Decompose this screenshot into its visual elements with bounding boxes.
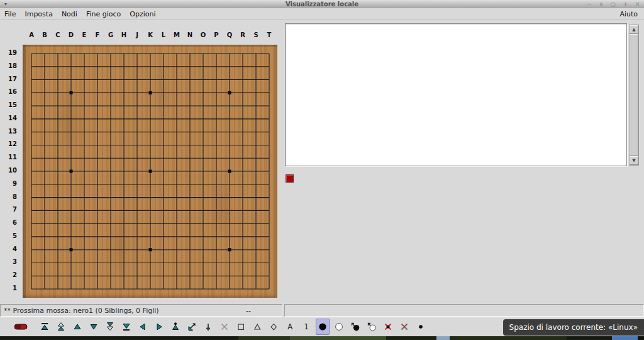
number-mark-icon: 1 bbox=[301, 322, 311, 332]
close-icon[interactable]: × bbox=[635, 1, 640, 8]
dot-mark-button[interactable] bbox=[414, 319, 428, 335]
board-grid bbox=[23, 45, 277, 298]
desktop-strip bbox=[0, 336, 644, 340]
row-label: 4 bbox=[0, 246, 17, 252]
row-label: 11 bbox=[0, 154, 17, 161]
row-label: 5 bbox=[0, 232, 17, 239]
move-down-button[interactable] bbox=[201, 319, 215, 335]
scrollbar-thumb[interactable] bbox=[630, 34, 638, 156]
white-stone-button[interactable] bbox=[332, 319, 346, 335]
status-panel-right bbox=[284, 304, 644, 317]
comments-scrollbar[interactable]: ▲ ▼ bbox=[629, 25, 639, 166]
status-move-info: ** Prossima mossa: nero1 (0 Siblings, 0 … bbox=[4, 307, 159, 315]
row-label: 16 bbox=[0, 88, 17, 95]
workspace-tooltip: Spazio di lavoro corrente: «Linux» bbox=[503, 319, 644, 336]
letter-mark-button[interactable]: A bbox=[283, 319, 297, 335]
col-label: M bbox=[170, 31, 183, 38]
title-bar: ▾ Visualizzatore locale − ∧ ○ + × bbox=[0, 0, 644, 8]
status-secondary: -- bbox=[246, 307, 279, 315]
variation-up-icon bbox=[170, 322, 180, 332]
up-icon bbox=[72, 322, 82, 332]
up-button[interactable] bbox=[70, 319, 84, 335]
double-down-icon bbox=[105, 322, 115, 332]
delete-stone-button[interactable] bbox=[397, 319, 411, 335]
place-white-stone-icon bbox=[367, 322, 377, 332]
row-label: 12 bbox=[0, 140, 17, 147]
double-down-button[interactable] bbox=[103, 319, 117, 335]
col-label: T bbox=[263, 31, 275, 38]
scroll-up-icon[interactable]: ▲ bbox=[630, 25, 638, 34]
menu-fine-gioco[interactable]: Fine gioco bbox=[82, 10, 125, 18]
clear-mark-icon bbox=[219, 322, 230, 332]
row-label: 17 bbox=[0, 76, 17, 82]
menu-imposta[interactable]: Imposta bbox=[20, 10, 57, 18]
col-label: L bbox=[157, 31, 170, 38]
right-panel: ▲ ▼ bbox=[284, 20, 644, 304]
col-label: Q bbox=[223, 31, 236, 38]
col-label: F bbox=[91, 31, 104, 38]
row-label: 19 bbox=[0, 49, 17, 56]
place-black-stone-button[interactable] bbox=[348, 319, 362, 335]
dot-mark-icon bbox=[416, 322, 426, 332]
maximize-icon[interactable]: + bbox=[623, 1, 628, 8]
window-title: Visualizzatore locale bbox=[0, 0, 644, 8]
double-up-button[interactable] bbox=[54, 319, 68, 335]
minimize-icon[interactable]: − bbox=[587, 1, 592, 8]
row-label: 10 bbox=[0, 167, 17, 174]
col-label: O bbox=[197, 31, 209, 38]
black-stone-icon bbox=[318, 322, 328, 332]
window-menu-button-icon[interactable]: ○ bbox=[610, 1, 616, 8]
delete-black-stone-button[interactable] bbox=[381, 319, 395, 335]
col-label: J bbox=[131, 31, 143, 38]
row-label: 6 bbox=[0, 219, 17, 226]
menu-file[interactable]: File bbox=[0, 10, 20, 18]
col-label: C bbox=[52, 31, 64, 38]
row-label: 7 bbox=[0, 206, 17, 213]
col-label: R bbox=[236, 31, 249, 38]
current-move-node[interactable] bbox=[286, 174, 294, 183]
status-panel-left: ** Prossima mossa: nero1 (0 Siblings, 0 … bbox=[0, 304, 282, 317]
next-move-button[interactable] bbox=[152, 319, 166, 335]
letter-mark-icon: A bbox=[285, 322, 295, 332]
place-black-stone-icon bbox=[350, 322, 360, 332]
status-bar: ** Prossima mossa: nero1 (0 Siblings, 0 … bbox=[0, 304, 644, 317]
previous-move-button[interactable] bbox=[136, 319, 150, 335]
menu-bar: File Imposta Nodi Fine gioco Opzioni Aiu… bbox=[0, 8, 644, 20]
delete-black-stone-icon bbox=[383, 322, 393, 332]
menu-opzioni[interactable]: Opzioni bbox=[125, 10, 160, 18]
triangle-mark-button[interactable] bbox=[250, 319, 264, 335]
variation-jump-button[interactable] bbox=[185, 319, 199, 335]
to-top-button[interactable] bbox=[38, 319, 52, 335]
to-bottom-icon bbox=[121, 322, 131, 332]
down-button[interactable] bbox=[87, 319, 101, 335]
double-up-icon bbox=[56, 322, 66, 332]
square-mark-button[interactable] bbox=[234, 319, 248, 335]
variation-up-button[interactable] bbox=[169, 319, 182, 335]
scroll-down-icon[interactable]: ▼ bbox=[630, 156, 638, 165]
red-capsule-button[interactable] bbox=[14, 319, 28, 335]
move-down-icon bbox=[203, 322, 213, 332]
black-stone-button[interactable] bbox=[316, 319, 330, 335]
window-controls: − ∧ ○ + × bbox=[587, 0, 640, 8]
menu-nodi[interactable]: Nodi bbox=[57, 10, 82, 18]
diamond-mark-button[interactable] bbox=[267, 319, 280, 335]
col-label: G bbox=[104, 31, 117, 38]
square-mark-icon bbox=[236, 322, 246, 332]
row-label: 8 bbox=[0, 193, 17, 200]
go-board[interactable] bbox=[23, 45, 277, 298]
number-mark-button[interactable]: 1 bbox=[299, 319, 313, 335]
shade-icon[interactable]: ∧ bbox=[599, 1, 603, 8]
delete-stone-icon bbox=[399, 322, 409, 332]
menu-aiuto[interactable]: Aiuto bbox=[613, 10, 644, 18]
place-white-stone-button[interactable] bbox=[365, 319, 379, 335]
comments-area[interactable] bbox=[285, 23, 627, 166]
row-label: 13 bbox=[0, 128, 17, 135]
clear-mark-button[interactable] bbox=[218, 319, 231, 335]
application-window: ▾ Visualizzatore locale − ∧ ○ + × File I… bbox=[0, 0, 644, 340]
game-tree-panel[interactable] bbox=[284, 168, 644, 304]
down-icon bbox=[89, 322, 99, 332]
row-label: 3 bbox=[0, 258, 17, 265]
col-label: H bbox=[118, 31, 130, 38]
to-bottom-button[interactable] bbox=[119, 319, 133, 335]
col-label: B bbox=[38, 31, 51, 38]
